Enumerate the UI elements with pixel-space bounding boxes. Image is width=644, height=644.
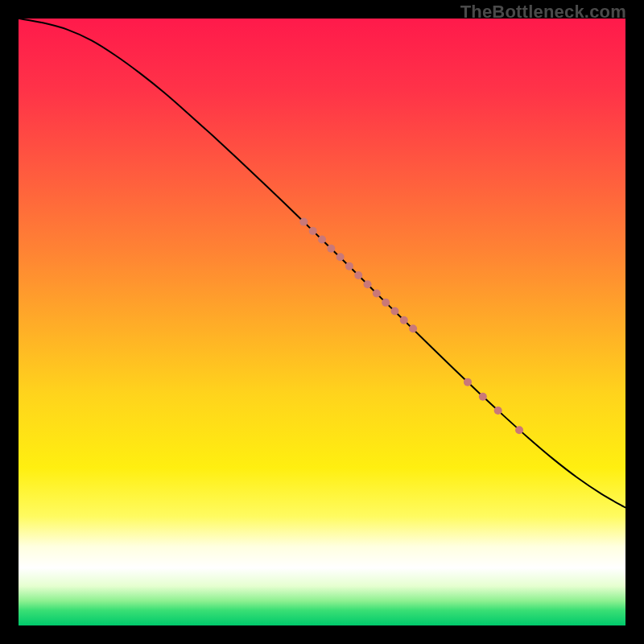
data-marker [373,290,381,298]
data-marker [494,407,502,415]
data-marker [354,271,362,279]
watermark-label: TheBottleneck.com [460,2,626,23]
data-marker [345,262,353,270]
chart-plot [19,19,625,625]
data-marker [400,316,408,324]
data-marker [515,426,523,434]
data-marker [318,235,326,243]
data-marker [364,280,372,288]
data-marker [409,324,417,332]
data-marker [327,245,335,253]
data-marker [390,307,398,315]
data-marker [479,393,487,401]
data-marker [382,299,390,307]
data-marker [299,218,308,226]
data-marker [464,378,472,386]
plot-background [19,19,625,625]
data-marker [336,253,345,261]
data-marker [309,227,317,235]
chart-frame: { "watermark": "TheBottleneck.com", "cha… [0,0,644,644]
